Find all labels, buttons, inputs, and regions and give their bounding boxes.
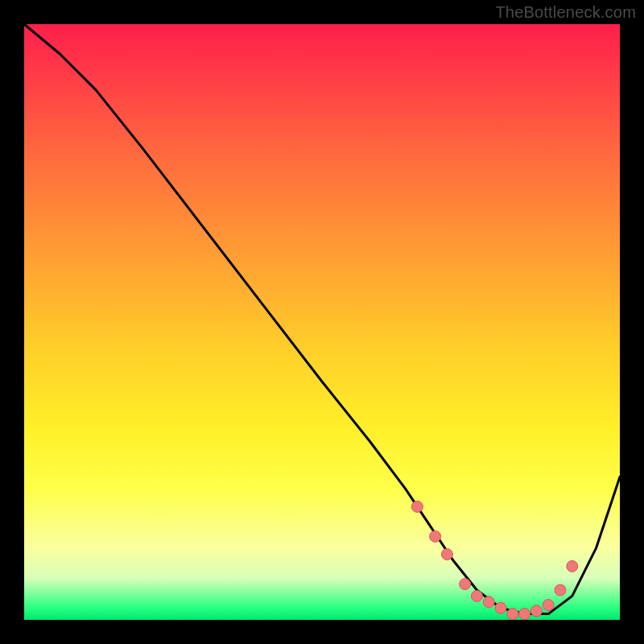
bottleneck-curve <box>24 24 620 614</box>
plot-area <box>24 24 620 620</box>
marker-dot <box>507 609 518 620</box>
marker-dot <box>471 590 482 601</box>
marker-dot <box>495 602 506 613</box>
marker-dot <box>441 549 452 560</box>
marker-dot <box>430 530 441 542</box>
marker-dot <box>543 600 554 611</box>
marker-dot <box>483 597 494 608</box>
marker-dot <box>567 560 578 572</box>
watermark-text: TheBottleneck.com <box>495 3 636 22</box>
marker-dot <box>411 501 423 512</box>
chart-frame: TheBottleneck.com <box>0 0 644 644</box>
chart-svg <box>24 24 620 620</box>
marker-dot <box>530 605 542 617</box>
marker-dot <box>519 609 530 620</box>
marker-dot <box>555 584 566 596</box>
marker-dot <box>460 579 471 590</box>
highlighted-points <box>411 501 577 619</box>
